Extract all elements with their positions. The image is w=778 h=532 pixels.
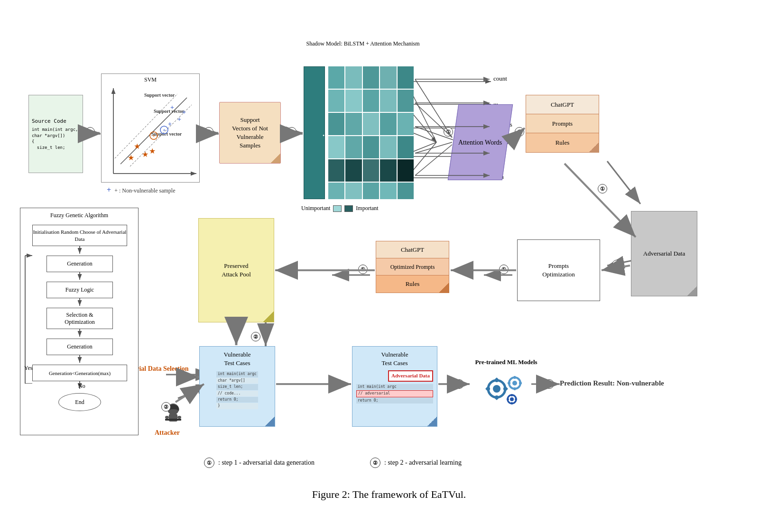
svg-text:★: ★ [134,142,140,150]
circle1-attn-chatgpt: ① [515,127,524,137]
fga-fuzzy-box: Fuzzy Logic [46,282,113,298]
circle2-ml-prediction: ② [545,379,554,389]
svg-text:+: + [168,120,172,128]
svg-line-97 [415,142,452,153]
chatgpt-opt-label: ChatGPT [376,241,449,259]
svg-line-100 [565,164,636,237]
svm-box: SVM Support vector Support vector Suppor… [101,73,200,183]
circle1-adv-prompopt: ① [612,260,621,269]
chatgpt-top-label: ChatGPT [526,95,599,115]
bilstm-column-left [304,66,325,199]
svg-rect-64 [514,376,516,379]
svg-rect-66 [508,382,510,384]
svg-point-50 [177,416,181,419]
fga-outer-box: Fuzzy Genetic Algorithm Initialisation R… [20,208,139,435]
svg-text:Support vector: Support vector [144,92,175,98]
circle2-vtc2-ml: ② [454,379,464,389]
chatgpt-stack-top: ChatGPT Prompts Rules [526,95,599,153]
important-label: Important [356,205,378,212]
svg-line-6 [413,114,436,142]
svg-line-7 [413,133,436,142]
shadow-model-label: Shadow Model: BiLSTM + Attention Mechani… [301,40,425,47]
vtc1-label: Vulnerable Test Cases [216,350,258,367]
circle1-optprompts-pool: ① [358,265,368,274]
fga-selection-box: Selection & Optimization [46,308,113,329]
svg-rect-67 [519,382,522,384]
prompts-opt-label: Prompts Optimization [542,262,575,279]
fga-init-box: Initialisation Random Choose of Adversar… [32,225,127,246]
count-label: count [493,75,507,83]
circle1-prompopt-optprompts: ① [499,265,509,274]
svg-text:+: + [182,109,186,116]
fga-title: Fuzzy Genetic Algorithm [20,212,138,219]
svg-text:+: + [163,127,166,133]
legend-circle2: ② [370,458,380,468]
svg-rect-73 [515,399,517,400]
svg-rect-70 [511,394,513,396]
svg-point-49 [165,416,169,419]
step1-legend: ① : step 1 - adversarial data generation [204,458,315,468]
preserved-attack-pool-label: Preserved Attack Pool [222,262,251,279]
svm-label: SVM [102,76,199,83]
fga-generation2-box: Generation [46,339,113,355]
circle1-chatgpt-adv: ① [598,184,607,193]
svg-line-10 [413,142,436,171]
svg-text:+: + [170,104,174,111]
fga-condition-box: Generation<Generation(max) [32,365,127,381]
chatgpt-optimized-stack: ChatGPT Optimized Prompts Rules [376,241,449,293]
figure-caption: Figure 2: The framework of EaTVul. [104,488,674,501]
attention-words-label: Attention Words [458,138,502,147]
svg-line-98 [415,145,452,175]
fga-no-label: No [78,383,85,390]
prediction-result: Prediction Result: Non-vulnerable [560,379,664,387]
support-vectors-box: Support Vectors of Not Vulnerable Sample… [219,102,281,164]
circle2-vtc1-vtc2: ② [334,379,343,389]
svg-line-8 [413,142,436,152]
circle1-sv-bilstm: ① [287,127,296,137]
svg-rect-65 [514,387,516,390]
prompts-optimization-box: Prompts Optimization [517,239,600,301]
svg-line-9 [413,95,436,142]
svg-text:+: + [177,116,181,123]
preserved-attack-pool-box: Preserved Attack Pool [198,218,274,322]
source-code-title: Source Code [32,118,80,125]
svg-text:+: + [152,133,155,138]
adversarial-data-label: Adversarial Data [643,250,685,257]
attacker-label: Attacker [155,429,180,437]
svg-point-53 [493,385,500,393]
bilstm-ellipsis: ... [323,129,328,138]
svg-point-69 [510,397,514,401]
prompts-top-label: Prompts [526,114,599,134]
vulnerable-test-cases-box1: Vulnerable Test Cases int main(int argc … [199,346,275,427]
svg-rect-72 [507,399,509,400]
circle1-bilstm-attn: ① [444,127,453,137]
svg-text:★: ★ [149,147,156,155]
vtc2-label: Vulnerable Test Cases [356,350,433,367]
source-code-box: Source Code int main(int argc, char *arg… [28,95,83,173]
diagram-container: Source Code int main(int argc, char *arg… [0,0,778,532]
support-vectors-label: Support Vectors of Not Vulnerable Sample… [232,116,268,150]
bilstm-columns-right [328,66,414,199]
step1-legend-text: : step 1 - adversarial data generation [218,459,315,467]
adversarial-data-red-label: Adversarial Data [388,370,433,381]
svg-rect-51 [165,419,181,421]
fga-end-oval: End [58,393,101,411]
optimized-prompts-label: Optimized Prompts [376,258,449,276]
legend-circle1: ① [204,458,214,468]
importance-legend: Unimportant Important [301,205,379,212]
svg-point-63 [512,381,517,385]
svg-text:★: ★ [128,154,134,162]
attention-words-box: Attention Words [448,104,513,180]
circle2-attacker: ② [161,402,171,412]
circle2-pool-vtc: ② [251,332,260,341]
circle1-source-svm: ① [85,127,95,137]
vulnerable-test-cases-box2: Vulnerable Test Cases Adversarial Data i… [352,346,437,427]
svg-line-17 [607,161,640,204]
pretrained-ml-box: Pre-trained ML Models [471,353,542,415]
pretrained-ml-label: Pre-trained ML Models [475,358,537,366]
non-vulnerable-legend: + + : Non-vulnerable sample [107,186,176,194]
step2-legend: ② : step 2 - adversarial learning [370,458,462,468]
svg-text:Support vector: Support vector [154,109,185,114]
source-code-content: int main(int argc, char *argv[]){ size_t… [32,127,80,150]
step2-legend-text: : step 2 - adversarial learning [384,459,462,467]
